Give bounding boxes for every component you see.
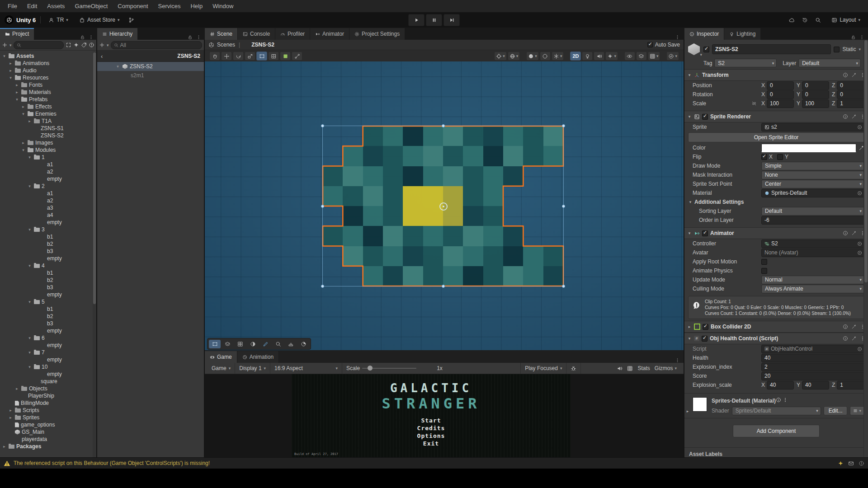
explosion-index-field[interactable]: 2 <box>761 363 864 371</box>
history-icon[interactable] <box>802 17 808 23</box>
project-tree-item-b1[interactable]: b1 <box>0 269 93 277</box>
overlay-half-tool[interactable] <box>247 340 259 348</box>
project-tree-item-modules[interactable]: ▾Modules <box>0 146 93 154</box>
step-button[interactable] <box>443 14 460 26</box>
expander-icon[interactable]: ▸ <box>8 61 13 66</box>
notification-star-icon[interactable] <box>838 460 844 466</box>
kebab-menu-icon[interactable] <box>783 397 788 403</box>
tab-animator[interactable]: Animator <box>310 28 349 40</box>
project-tree-item-10[interactable]: ▾10 <box>0 363 93 371</box>
layout-dropdown[interactable]: Layout▾ <box>828 15 863 24</box>
project-tree-item-5[interactable]: ▾5 <box>0 298 93 305</box>
expander-icon[interactable]: ▸ <box>8 415 13 420</box>
avatar-object-field[interactable]: None (Avatar) <box>761 249 864 257</box>
presets-icon[interactable] <box>851 336 857 341</box>
project-tree-item-animations[interactable]: ▸Animations <box>0 60 93 67</box>
draw-mode-dropdown[interactable]: Simple <box>761 162 864 170</box>
kebab-menu-icon[interactable] <box>675 35 680 40</box>
resize-handle[interactable] <box>321 285 324 288</box>
shader-dropdown[interactable]: Sprites/Default <box>732 407 821 415</box>
tab-hierarchy[interactable]: Hierarchy <box>97 28 138 40</box>
animate-physics-checkbox[interactable] <box>761 268 767 274</box>
overlay-layers-tool[interactable] <box>222 340 233 348</box>
sprite-pivot-gizmo[interactable] <box>439 202 448 211</box>
asset-labels-section[interactable]: Asset Labels <box>684 447 868 457</box>
project-tree-item-empty[interactable]: empty <box>0 255 93 262</box>
search-icon[interactable] <box>815 17 821 23</box>
project-tree-item-6[interactable]: ▾6 <box>0 334 93 342</box>
scale-tool[interactable] <box>245 52 255 61</box>
game-menu-item-start[interactable]: Start <box>292 417 571 424</box>
expander-icon[interactable]: ▾ <box>115 64 120 69</box>
update-mode-dropdown[interactable]: Normal <box>761 276 864 284</box>
project-tree-item-materials[interactable]: ▸Materials <box>0 89 93 96</box>
material-preview-swatch[interactable] <box>693 397 707 412</box>
layer-dropdown[interactable]: Default <box>798 59 861 67</box>
position-z-field[interactable]: 0 <box>837 81 864 90</box>
project-tree-item-a1[interactable]: a1 <box>0 190 93 197</box>
play-button[interactable] <box>408 14 425 26</box>
sprite-edit-tool[interactable] <box>280 52 291 61</box>
material-edit-button[interactable]: Edit... <box>824 406 848 415</box>
project-tree-item-a2[interactable]: a2 <box>0 168 93 175</box>
project-tree-item-b3[interactable]: b3 <box>0 248 93 255</box>
menu-edit[interactable]: Edit <box>22 3 42 9</box>
help-icon[interactable] <box>843 336 848 341</box>
tab-lighting[interactable]: Lighting <box>724 28 761 40</box>
project-tree-item-empty[interactable]: empty <box>0 342 93 349</box>
project-tree-item-billingmode[interactable]: BillingMode <box>0 399 93 407</box>
aspect-dropdown[interactable]: 16:9 Aspect▾ <box>270 363 342 374</box>
view-2d-toggle[interactable]: 2D <box>570 52 581 61</box>
resize-handle[interactable] <box>321 124 324 127</box>
sort-point-dropdown[interactable]: Center <box>761 180 864 188</box>
expander-icon[interactable]: ▾ <box>27 336 32 340</box>
bone-tool[interactable] <box>292 52 302 61</box>
presets-icon[interactable] <box>851 114 857 119</box>
resize-handle[interactable] <box>562 124 565 127</box>
scene-audio-toggle[interactable] <box>594 52 604 61</box>
project-tree-item-7[interactable]: ▾7 <box>0 349 93 356</box>
expander-icon[interactable]: ▸ <box>2 444 7 449</box>
project-tree-item-b2[interactable]: b2 <box>0 313 93 320</box>
component-enabled-checkbox[interactable] <box>702 336 708 342</box>
overlay-stamp-tool[interactable] <box>285 340 297 348</box>
lock-icon[interactable] <box>851 35 856 40</box>
project-tree-item-empty[interactable]: empty <box>0 291 93 298</box>
gizmos-dropdown[interactable]: Gizmos▾ <box>655 365 677 371</box>
expander-icon[interactable]: ▸ <box>8 408 13 413</box>
kebab-menu-icon[interactable] <box>89 35 94 40</box>
sorting-layer-dropdown[interactable]: Default <box>761 207 864 216</box>
presets-icon[interactable] <box>851 324 857 329</box>
rotation-z-field[interactable]: 0 <box>837 90 864 99</box>
project-search-input[interactable] <box>14 41 64 49</box>
kebab-menu-icon[interactable] <box>859 35 864 40</box>
auto-save-toggle[interactable]: Auto Save <box>647 42 680 48</box>
tab-console[interactable]: Console <box>238 28 275 40</box>
project-tree-item-packages[interactable]: ▸Packages <box>0 443 93 450</box>
project-tree-item-enemies[interactable]: ▾Enemies <box>0 110 93 117</box>
kebab-menu-icon[interactable] <box>196 35 201 40</box>
sprite-renderer-header[interactable]: ▾ Sprite Renderer <box>684 111 868 122</box>
game-menu-item-exit[interactable]: Exit <box>292 440 571 447</box>
flip-x-checkbox[interactable] <box>761 154 767 160</box>
menu-file[interactable]: File <box>3 3 22 9</box>
order-in-layer-field[interactable]: -6 <box>761 216 864 225</box>
project-tree-item-empty[interactable]: empty <box>0 371 93 378</box>
expander-icon[interactable]: ▾ <box>27 365 32 369</box>
mask-interaction-dropdown[interactable]: None <box>761 171 864 179</box>
health-field[interactable]: 40 <box>761 354 864 362</box>
active-checkbox[interactable] <box>703 47 709 52</box>
account-dropdown[interactable]: TR▾ <box>45 15 71 24</box>
project-tree-item-prefabs[interactable]: ▾Prefabs <box>0 96 93 103</box>
material-foldout[interactable]: ▸ <box>685 409 690 413</box>
component-enabled-checkbox[interactable] <box>703 324 708 330</box>
pause-button[interactable] <box>426 14 442 26</box>
scene-visibility-toggle[interactable] <box>624 52 635 61</box>
open-sprite-editor-button[interactable]: Open Sprite Editor <box>688 132 864 142</box>
additional-settings-foldout[interactable]: ▾Additional Settings <box>684 197 868 206</box>
scene-effects-button[interactable]: ▾ <box>552 52 564 61</box>
grid-visibility-button[interactable]: ▾ <box>648 52 660 61</box>
add-asset-caret[interactable]: ▾ <box>9 43 12 47</box>
help-icon[interactable] <box>843 324 848 329</box>
hidden-count-icon[interactable] <box>89 42 94 48</box>
